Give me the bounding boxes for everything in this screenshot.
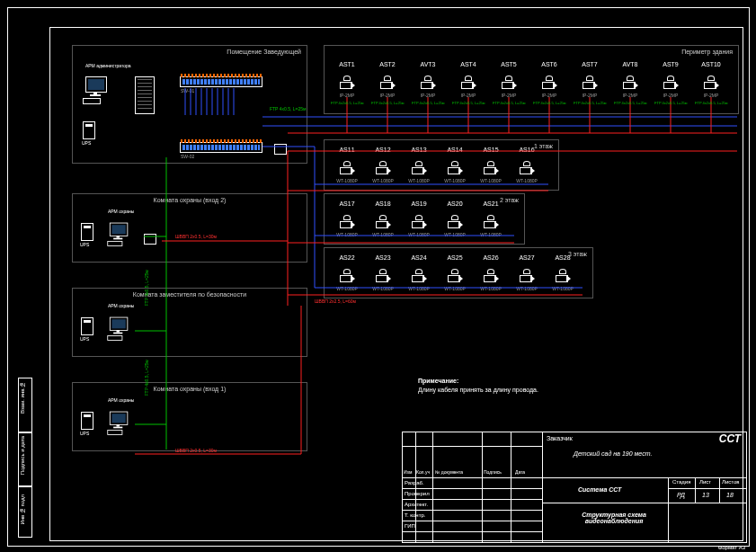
box-guard2 bbox=[144, 234, 156, 245]
camera-AST4: AST4IP-2MP bbox=[449, 61, 487, 98]
side-vzam: Взам. инв.№ bbox=[20, 382, 25, 414]
cable-green-vert1: FTP 4x0.5, L=25м bbox=[144, 270, 149, 306]
title-block: Заказчик ССТ Детский сад на 190 мест. Си… bbox=[402, 432, 747, 543]
side-sign: Подпись и дата bbox=[20, 436, 25, 475]
tb-row-proveril: Проверил bbox=[405, 491, 430, 496]
tb-stage-h: Стадия bbox=[672, 479, 690, 485]
tb-project: Детский сад на 190 мест. bbox=[574, 450, 652, 457]
tb-col-sign: Подпись bbox=[484, 469, 502, 475]
camera-AS20: AS20WT-1080P bbox=[436, 200, 474, 237]
ws-guard2-label: АРМ охраны bbox=[108, 209, 134, 214]
power-box bbox=[274, 144, 287, 155]
cable-red-guard1: ШВВП 2x0.5, L=30м bbox=[175, 448, 217, 453]
switch-2: SW-02 bbox=[180, 142, 262, 153]
camera-AS23: AS23WT-1080P bbox=[364, 254, 402, 291]
room-guard2-title: Комната охраны (вход 2) bbox=[154, 197, 227, 203]
cable-red-guard2: ШВВП 2x0.5, L=30м bbox=[175, 234, 217, 239]
tb-row-arhit: Архитект. bbox=[405, 502, 428, 507]
tb-drawing: Структурная схема видеонаблюдения bbox=[565, 512, 663, 524]
tb-row-razrab: Разраб. bbox=[405, 480, 424, 485]
cable-label-AST4: FTP 4x2x0.5, L=25м bbox=[452, 101, 485, 105]
camera-AVT3: AVT3IP-2MP bbox=[409, 61, 447, 98]
camera-AST9: AST9IP-2MP bbox=[652, 61, 689, 98]
camera-AS27: AS27WT-1080P bbox=[508, 254, 546, 291]
cable-label-AST5: FTP 4x2x0.5, L=25м bbox=[493, 101, 526, 105]
tb-sheet: 13 bbox=[702, 492, 709, 498]
camera-AS22: AS22WT-1080P bbox=[328, 254, 366, 291]
arm-admin-ws bbox=[81, 76, 112, 108]
camera-AS11: AS11WT-1080P bbox=[328, 147, 366, 183]
room-manager-title: Помещение Заведующей bbox=[227, 49, 301, 55]
tb-row-gip: ГИП bbox=[405, 523, 415, 529]
camera-AS13: AS13WT-1080P bbox=[400, 147, 438, 183]
cable-label-AST1: FTP 4x2x0.5, L=25м bbox=[331, 101, 364, 105]
tb-company: ССТ bbox=[719, 432, 741, 445]
cable-label-AVT8: FTP 4x2x0.5, L=25м bbox=[614, 101, 647, 105]
tb-sheet-h: Лист bbox=[699, 479, 711, 485]
tb-col-ndoc: № документа bbox=[435, 469, 463, 475]
camera-AS24: AS24WT-1080P bbox=[400, 254, 438, 291]
tb-col-izm: Изм bbox=[404, 469, 412, 475]
camera-AS19: AS19WT-1080P bbox=[400, 200, 438, 237]
ups-deputy: UPS bbox=[81, 317, 93, 335]
tb-customer: Заказчик bbox=[547, 435, 573, 441]
ws-guard1 bbox=[106, 412, 133, 439]
camera-AS21: AS21WT-1080P bbox=[472, 200, 510, 237]
note-body: Длину кабеля принять за длину провода. bbox=[418, 387, 538, 393]
tb-col-kuch: Кол.уч bbox=[416, 469, 430, 475]
ups-guard2: UPS bbox=[81, 223, 93, 241]
ws-deputy-label: АРМ охраны bbox=[108, 303, 134, 308]
side-stamp: Инв № подл Подпись и дата Взам. инв.№ bbox=[18, 378, 45, 539]
cable-green: FTP 4x0.5, L=25м bbox=[270, 106, 306, 111]
room-guard1-title: Комната охраны (вход 1) bbox=[154, 386, 227, 392]
format-label: Формат А3 bbox=[718, 545, 745, 550]
ws-guard1-label: АРМ охраны bbox=[108, 397, 134, 403]
ups-main: UPS bbox=[83, 121, 95, 139]
camera-AST1: AST1IP-2MP bbox=[328, 61, 366, 98]
tb-stage: РД bbox=[677, 492, 685, 498]
cable-green-vert2: FTP 4x0.5, L=25м bbox=[144, 360, 149, 396]
camera-AS25: AS25WT-1080P bbox=[436, 254, 474, 291]
cable-red-bus: ШВВП 2x2.5, L=60м bbox=[315, 298, 356, 304]
cable-label-AST6: FTP 4x2x0.5, L=25м bbox=[533, 101, 566, 105]
camera-AS12: AS12WT-1080P bbox=[364, 147, 402, 183]
camera-AS15: AS15WT-1080P bbox=[472, 147, 510, 183]
arm-admin-label: АРМ администратора bbox=[85, 63, 130, 68]
camera-AVT8: AVT8IP-2MP bbox=[611, 61, 649, 98]
cable-label-AST7: FTP 4x2x0.5, L=25м bbox=[574, 101, 607, 105]
cable-label-AST10: FTP 4x2x0.5, L=25м bbox=[695, 101, 728, 105]
cable-label-AST2: FTP 4x2x0.5, L=25м bbox=[371, 101, 405, 105]
camera-AS28: AS28WT-1080P bbox=[544, 254, 582, 291]
ups-guard1: UPS bbox=[81, 412, 93, 430]
side-inv: Инв № подл bbox=[20, 494, 25, 525]
server-rack bbox=[135, 76, 155, 114]
camera-AST6: AST6IP-2MP bbox=[530, 61, 568, 98]
ws-guard2 bbox=[106, 223, 133, 250]
camera-AST10: AST10IP-2MP bbox=[692, 61, 730, 98]
cable-label-AST9: FTP 4x2x0.5, L=25м bbox=[654, 101, 688, 105]
camera-AS26: AS26WT-1080P bbox=[472, 254, 510, 291]
tb-sheets-h: Листов bbox=[722, 479, 740, 485]
tb-system: Система ССТ bbox=[578, 486, 621, 493]
ws-deputy bbox=[106, 317, 133, 344]
tb-row-tkontr: Т. контр. bbox=[405, 512, 425, 518]
room-deputy-title: Комната заместителя по безопасности bbox=[133, 291, 246, 298]
tb-col-date: Дата bbox=[515, 469, 525, 475]
camera-AST2: AST2IP-2MP bbox=[369, 61, 406, 98]
camera-AST5: AST5IP-2MP bbox=[490, 61, 528, 98]
switch-1: SW-01 bbox=[180, 76, 262, 87]
note-title: Примечание: bbox=[418, 378, 458, 384]
cable-label-AVT3: FTP 4x2x0.5, L=25м bbox=[412, 101, 445, 105]
camera-AS18: AS18WT-1080P bbox=[364, 200, 402, 237]
camera-AS17: AS17WT-1080P bbox=[328, 200, 366, 237]
tb-sheets: 18 bbox=[726, 492, 734, 498]
room-perimeter-title: Периметр здания bbox=[681, 49, 733, 55]
camera-AS16: AS16WT-1080P bbox=[508, 147, 546, 183]
camera-AST7: AST7IP-2MP bbox=[571, 61, 609, 98]
camera-AS14: AS14WT-1080P bbox=[436, 147, 474, 183]
